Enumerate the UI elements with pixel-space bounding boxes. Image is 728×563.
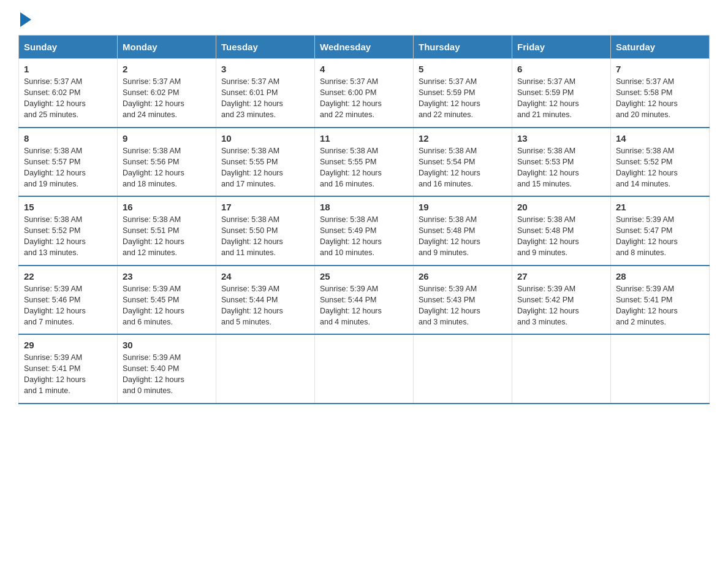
calendar-cell: 3 Sunrise: 5:37 AM Sunset: 6:01 PM Dayli… [216,59,315,128]
calendar-cell: 15 Sunrise: 5:38 AM Sunset: 5:52 PM Dayl… [19,196,118,266]
calendar-cell: 12 Sunrise: 5:38 AM Sunset: 5:54 PM Dayl… [414,128,512,197]
day-number: 21 [616,202,704,212]
day-number: 1 [24,64,112,74]
day-number: 20 [517,202,605,212]
day-number: 11 [320,133,408,144]
day-number: 24 [221,271,309,282]
day-info: Sunrise: 5:37 AM Sunset: 5:58 PM Dayligh… [616,76,704,121]
day-info: Sunrise: 5:39 AM Sunset: 5:45 PM Dayligh… [123,283,211,328]
calendar-cell: 8 Sunrise: 5:38 AM Sunset: 5:57 PM Dayli… [19,128,118,197]
day-info: Sunrise: 5:38 AM Sunset: 5:52 PM Dayligh… [24,214,112,259]
header-wednesday: Wednesday [315,36,414,59]
calendar-cell: 28 Sunrise: 5:39 AM Sunset: 5:41 PM Dayl… [611,266,710,335]
day-number: 29 [24,340,112,350]
day-info: Sunrise: 5:39 AM Sunset: 5:41 PM Dayligh… [616,283,704,328]
calendar-header-row: SundayMondayTuesdayWednesdayThursdayFrid… [19,36,710,59]
calendar-cell: 11 Sunrise: 5:38 AM Sunset: 5:55 PM Dayl… [315,128,414,197]
day-info: Sunrise: 5:38 AM Sunset: 5:51 PM Dayligh… [123,214,211,259]
calendar-cell [512,334,611,404]
day-number: 2 [123,64,211,74]
day-info: Sunrise: 5:39 AM Sunset: 5:44 PM Dayligh… [320,283,408,328]
day-info: Sunrise: 5:38 AM Sunset: 5:48 PM Dayligh… [419,214,507,259]
calendar-week-row: 8 Sunrise: 5:38 AM Sunset: 5:57 PM Dayli… [19,128,710,197]
calendar-cell: 26 Sunrise: 5:39 AM Sunset: 5:43 PM Dayl… [414,266,512,335]
day-info: Sunrise: 5:39 AM Sunset: 5:46 PM Dayligh… [24,283,112,328]
day-number: 25 [320,271,408,282]
calendar-cell: 14 Sunrise: 5:38 AM Sunset: 5:52 PM Dayl… [611,128,710,197]
day-info: Sunrise: 5:39 AM Sunset: 5:47 PM Dayligh… [616,214,704,259]
calendar-cell: 25 Sunrise: 5:39 AM Sunset: 5:44 PM Dayl… [315,266,414,335]
day-info: Sunrise: 5:39 AM Sunset: 5:42 PM Dayligh… [517,283,605,328]
calendar-cell [315,334,414,404]
calendar-table: SundayMondayTuesdayWednesdayThursdayFrid… [18,35,710,404]
day-info: Sunrise: 5:38 AM Sunset: 5:57 PM Dayligh… [24,145,112,190]
day-number: 23 [123,271,211,282]
day-number: 17 [221,202,309,212]
calendar-cell: 7 Sunrise: 5:37 AM Sunset: 5:58 PM Dayli… [611,59,710,128]
day-info: Sunrise: 5:39 AM Sunset: 5:41 PM Dayligh… [24,352,112,397]
header-sunday: Sunday [19,36,118,59]
day-number: 4 [320,64,408,74]
day-info: Sunrise: 5:38 AM Sunset: 5:56 PM Dayligh… [123,145,211,190]
calendar-cell: 22 Sunrise: 5:39 AM Sunset: 5:46 PM Dayl… [19,266,118,335]
header-saturday: Saturday [611,36,710,59]
calendar-cell: 20 Sunrise: 5:38 AM Sunset: 5:48 PM Dayl… [512,196,611,266]
calendar-cell: 16 Sunrise: 5:38 AM Sunset: 5:51 PM Dayl… [118,196,216,266]
day-info: Sunrise: 5:38 AM Sunset: 5:52 PM Dayligh… [616,145,704,190]
day-info: Sunrise: 5:39 AM Sunset: 5:44 PM Dayligh… [221,283,309,328]
day-number: 13 [517,133,605,144]
header-tuesday: Tuesday [216,36,315,59]
day-info: Sunrise: 5:37 AM Sunset: 5:59 PM Dayligh… [419,76,507,121]
calendar-cell: 29 Sunrise: 5:39 AM Sunset: 5:41 PM Dayl… [19,334,118,404]
calendar-cell: 5 Sunrise: 5:37 AM Sunset: 5:59 PM Dayli… [414,59,512,128]
day-number: 28 [616,271,704,282]
page-header [18,12,710,25]
day-info: Sunrise: 5:39 AM Sunset: 5:43 PM Dayligh… [419,283,507,328]
day-info: Sunrise: 5:38 AM Sunset: 5:53 PM Dayligh… [517,145,605,190]
day-number: 8 [24,133,112,144]
day-info: Sunrise: 5:37 AM Sunset: 5:59 PM Dayligh… [517,76,605,121]
day-number: 16 [123,202,211,212]
calendar-cell: 30 Sunrise: 5:39 AM Sunset: 5:40 PM Dayl… [118,334,216,404]
day-number: 7 [616,64,704,74]
calendar-cell: 19 Sunrise: 5:38 AM Sunset: 5:48 PM Dayl… [414,196,512,266]
calendar-week-row: 22 Sunrise: 5:39 AM Sunset: 5:46 PM Dayl… [19,266,710,335]
calendar-week-row: 29 Sunrise: 5:39 AM Sunset: 5:41 PM Dayl… [19,334,710,404]
header-monday: Monday [118,36,216,59]
day-number: 6 [517,64,605,74]
day-number: 3 [221,64,309,74]
calendar-cell [216,334,315,404]
day-info: Sunrise: 5:39 AM Sunset: 5:40 PM Dayligh… [123,352,211,397]
day-number: 27 [517,271,605,282]
day-number: 14 [616,133,704,144]
calendar-cell: 10 Sunrise: 5:38 AM Sunset: 5:55 PM Dayl… [216,128,315,197]
day-number: 15 [24,202,112,212]
day-info: Sunrise: 5:38 AM Sunset: 5:50 PM Dayligh… [221,214,309,259]
day-number: 19 [419,202,507,212]
calendar-cell: 23 Sunrise: 5:39 AM Sunset: 5:45 PM Dayl… [118,266,216,335]
calendar-cell: 9 Sunrise: 5:38 AM Sunset: 5:56 PM Dayli… [118,128,216,197]
calendar-week-row: 1 Sunrise: 5:37 AM Sunset: 6:02 PM Dayli… [19,59,710,128]
calendar-cell: 24 Sunrise: 5:39 AM Sunset: 5:44 PM Dayl… [216,266,315,335]
calendar-cell: 18 Sunrise: 5:38 AM Sunset: 5:49 PM Dayl… [315,196,414,266]
calendar-week-row: 15 Sunrise: 5:38 AM Sunset: 5:52 PM Dayl… [19,196,710,266]
logo [18,12,31,25]
calendar-cell [414,334,512,404]
day-info: Sunrise: 5:38 AM Sunset: 5:48 PM Dayligh… [517,214,605,259]
logo-arrow-icon [20,12,31,27]
calendar-cell: 13 Sunrise: 5:38 AM Sunset: 5:53 PM Dayl… [512,128,611,197]
day-number: 22 [24,271,112,282]
day-info: Sunrise: 5:38 AM Sunset: 5:55 PM Dayligh… [320,145,408,190]
day-info: Sunrise: 5:38 AM Sunset: 5:55 PM Dayligh… [221,145,309,190]
calendar-cell [611,334,710,404]
day-info: Sunrise: 5:37 AM Sunset: 6:01 PM Dayligh… [221,76,309,121]
day-number: 30 [123,340,211,350]
calendar-cell: 17 Sunrise: 5:38 AM Sunset: 5:50 PM Dayl… [216,196,315,266]
day-number: 5 [419,64,507,74]
day-info: Sunrise: 5:38 AM Sunset: 5:49 PM Dayligh… [320,214,408,259]
header-thursday: Thursday [414,36,512,59]
day-number: 26 [419,271,507,282]
day-number: 10 [221,133,309,144]
calendar-cell: 6 Sunrise: 5:37 AM Sunset: 5:59 PM Dayli… [512,59,611,128]
header-friday: Friday [512,36,611,59]
